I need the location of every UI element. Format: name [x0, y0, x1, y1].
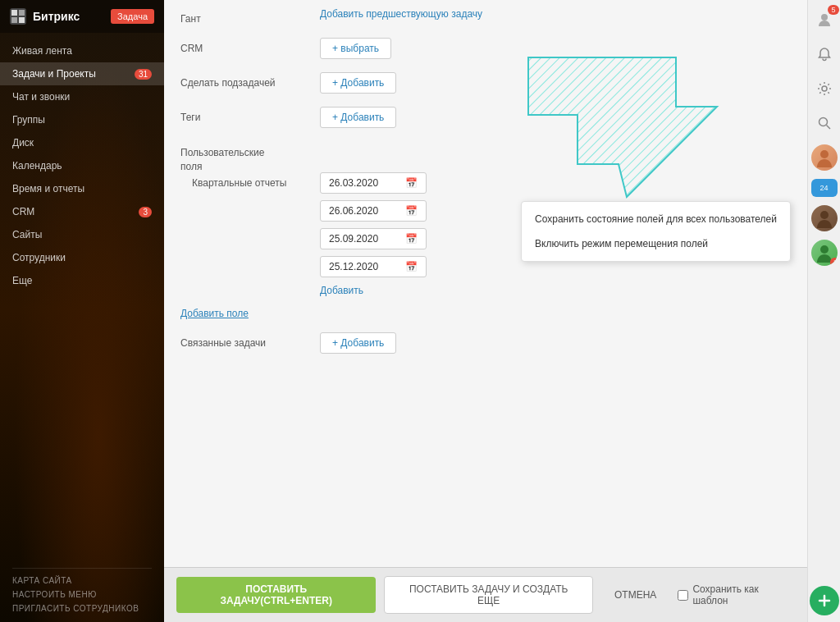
- svg-point-8: [819, 118, 827, 126]
- submit-task-button[interactable]: ПОСТАВИТЬ ЗАДАЧУ(CTRL+ENTER): [176, 577, 376, 613]
- context-menu: Сохранить состояние полей для всех польз…: [521, 201, 791, 262]
- sidebar-item-groups[interactable]: Группы: [0, 108, 164, 131]
- sidebar-header: Битрикс Задача: [0, 0, 164, 33]
- save-template-label[interactable]: Сохранить как шаблон: [678, 583, 795, 606]
- context-menu-item-1[interactable]: Сохранить состояние полей для всех польз…: [522, 207, 790, 231]
- bottom-toolbar: ПОСТАВИТЬ ЗАДАЧУ(CTRL+ENTER) ПОСТАВИТЬ З…: [164, 567, 807, 622]
- profile-badge: 5: [828, 5, 838, 15]
- svg-rect-1: [19, 10, 25, 16]
- avatar-3[interactable]: !: [811, 240, 838, 266]
- gantt-link[interactable]: Добавить предшествующую задачу: [320, 8, 482, 20]
- svg-point-6: [821, 14, 828, 21]
- sidebar-item-calendar[interactable]: Календарь: [0, 154, 164, 177]
- svg-point-10: [820, 150, 829, 158]
- quarterly-row: Квартальные отчеты 26.03.2020 📅: [180, 172, 791, 194]
- bell-icon[interactable]: [811, 41, 838, 67]
- custom-fields-label: Пользовательскиеполя: [180, 141, 312, 174]
- tags-add-button[interactable]: + Добавить: [320, 107, 396, 128]
- cancel-button[interactable]: ОТМЕНА: [601, 583, 669, 607]
- add-field-row: Добавить поле: [180, 308, 791, 319]
- sidebar-item-disk[interactable]: Диск: [0, 131, 164, 154]
- calendar-icon-4: 📅: [405, 261, 418, 272]
- task-form-panel: Гант Добавить предшествующую задачу CRM …: [164, 0, 807, 567]
- quarterly-label: Квартальные отчеты: [180, 172, 312, 189]
- sidebar-item-more[interactable]: Еще: [0, 269, 164, 292]
- gantt-label: Гант: [180, 8, 312, 25]
- sidebar-item-time[interactable]: Время и отчеты: [0, 177, 164, 200]
- configure-menu-link[interactable]: Настроить меню: [12, 588, 152, 601]
- crm-add-button[interactable]: + выбрать: [320, 38, 391, 59]
- submit-and-create-button[interactable]: ПОСТАВИТЬ ЗАДАЧУ И СОЗДАТЬ ЕЩЕ: [384, 576, 593, 614]
- green-action-button[interactable]: [810, 586, 839, 615]
- tags-label: Теги: [180, 107, 312, 123]
- sidebar-item-sites[interactable]: Сайты: [0, 223, 164, 246]
- sidebar: Битрикс Задача Живая лента Задачи и Прое…: [0, 0, 164, 622]
- main-content: Гант Добавить предшествующую задачу CRM …: [164, 0, 807, 622]
- sidebar-footer: Карта сайта Настроить меню Пригласить со…: [0, 556, 164, 622]
- save-template-checkbox[interactable]: [678, 590, 688, 601]
- svg-rect-0: [11, 10, 17, 16]
- profile-icon[interactable]: 5: [811, 7, 838, 33]
- avatar-2[interactable]: [811, 205, 838, 231]
- crm-row: CRM + выбрать: [180, 38, 791, 59]
- sidebar-item-crm[interactable]: CRM 3: [0, 200, 164, 223]
- subtasks-add-button[interactable]: + Добавить: [320, 72, 396, 94]
- context-menu-item-2[interactable]: Включить режим перемещения полей: [522, 231, 790, 256]
- sidebar-nav: Живая лента Задачи и Проекты 31 Чат и зв…: [0, 33, 164, 299]
- date-input-3[interactable]: 25.09.2020 📅: [320, 228, 427, 249]
- linked-tasks-label: Связанные задачи: [180, 332, 312, 349]
- settings-icon[interactable]: [811, 75, 838, 102]
- calendar-icon-2: 📅: [405, 205, 418, 217]
- sidebar-item-chat[interactable]: Чат и звонки: [0, 85, 164, 108]
- task-tab-badge[interactable]: Задача: [111, 9, 154, 24]
- calendar-icon-3: 📅: [405, 233, 418, 245]
- svg-point-12: [820, 245, 829, 254]
- linked-tasks-add-button[interactable]: + Добавить: [320, 332, 396, 354]
- sidebar-item-tasks[interactable]: Задачи и Проекты 31: [0, 62, 164, 85]
- svg-point-11: [820, 211, 829, 219]
- custom-fields-header-row: Пользовательскиеполя: [180, 141, 791, 174]
- add-field-link[interactable]: Добавить поле: [180, 308, 249, 319]
- date-input-2[interactable]: 26.06.2020 📅: [320, 200, 427, 222]
- svg-point-7: [822, 86, 827, 91]
- calendar-count: 24: [815, 182, 832, 194]
- avatar-3-badge: !: [830, 258, 838, 266]
- invite-employees-link[interactable]: Пригласить сотрудников: [12, 601, 152, 615]
- right-panel: 5 24 !: [807, 0, 840, 622]
- calendar-badge-icon[interactable]: 24: [811, 179, 838, 197]
- sidebar-item-employees[interactable]: Сотрудники: [0, 246, 164, 269]
- add-date-container: Добавить: [320, 284, 791, 296]
- sidebar-item-feed[interactable]: Живая лента: [0, 39, 164, 62]
- logo-icon: [10, 8, 26, 25]
- calendar-icon-1: 📅: [405, 177, 418, 189]
- sitemap-link[interactable]: Карта сайта: [12, 574, 152, 588]
- subtasks-label: Сделать подзадачей: [180, 72, 312, 89]
- date-input-1[interactable]: 26.03.2020 📅: [320, 172, 427, 194]
- svg-line-9: [826, 126, 830, 130]
- add-date-link[interactable]: Добавить: [320, 285, 363, 296]
- linked-tasks-row: Связанные задачи + Добавить: [180, 332, 791, 354]
- gantt-row: Гант Добавить предшествующую задачу: [180, 8, 791, 25]
- sidebar-brand: Битрикс: [33, 10, 80, 23]
- avatar-1[interactable]: [811, 144, 838, 171]
- crm-label: CRM: [180, 38, 312, 54]
- subtasks-row: Сделать подзадачей + Добавить: [180, 72, 791, 94]
- tags-row: Теги + Добавить: [180, 107, 791, 128]
- search-icon[interactable]: [811, 110, 838, 136]
- date-input-4[interactable]: 25.12.2020 📅: [320, 256, 427, 277]
- svg-rect-3: [19, 17, 25, 23]
- svg-rect-2: [11, 17, 17, 23]
